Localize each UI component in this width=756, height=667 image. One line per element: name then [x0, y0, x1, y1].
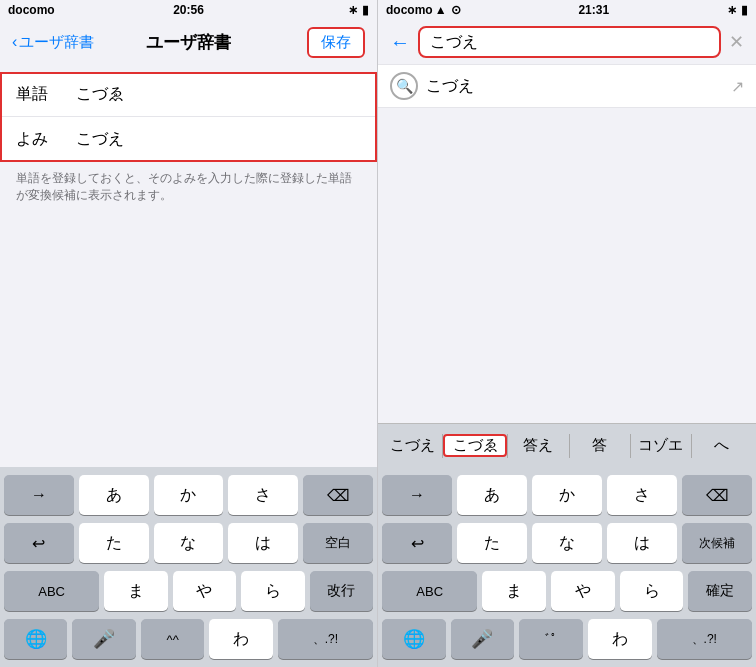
search-input-box[interactable]: こづえ	[418, 26, 721, 58]
left-nav-title: ユーザ辞書	[146, 31, 231, 54]
left-row-2: ↩ た な は 空白	[4, 523, 373, 563]
left-row-1: → あ か さ ⌫	[4, 475, 373, 515]
word-value: こづゑ	[76, 84, 124, 105]
right-key-arrow[interactable]: →	[382, 475, 452, 515]
right-key-ma[interactable]: ま	[482, 571, 546, 611]
left-row-bottom: 🌐 🎤 ^^ わ 、.?!	[0, 619, 377, 667]
key-abc[interactable]: ABC	[4, 571, 99, 611]
candidate-kozue-variant[interactable]: こづゑ	[443, 434, 507, 457]
left-status-icons: ∗ ▮	[249, 3, 369, 17]
left-nav-bar: ‹ ユーザ辞書 ユーザ辞書 保存	[0, 20, 377, 64]
right-key-confirm[interactable]: 確定	[688, 571, 752, 611]
search-bar-text: こづえ	[426, 76, 723, 97]
candidate-kotae[interactable]: 答え	[508, 436, 568, 455]
right-key-sa[interactable]: さ	[607, 475, 677, 515]
key-globe[interactable]: 🌐	[4, 619, 67, 659]
right-bluetooth-icon: ∗	[727, 3, 737, 17]
right-key-delete[interactable]: ⌫	[682, 475, 752, 515]
right-signal-icon: ▲	[435, 3, 447, 17]
user-dictionary-form: 単語 こづゑ よみ こづえ	[0, 72, 377, 162]
left-panel: docomo 20:56 ∗ ▮ ‹ ユーザ辞書 ユーザ辞書 保存 単語 こづゑ…	[0, 0, 378, 667]
key-ya[interactable]: や	[173, 571, 236, 611]
right-row-bottom: 🌐 🎤 ﾞﾟ わ 、.?!	[378, 619, 756, 667]
key-ka[interactable]: か	[154, 475, 224, 515]
key-delete[interactable]: ⌫	[303, 475, 373, 515]
right-wifi-icon: ⊙	[451, 3, 461, 17]
right-key-rows: → あ か さ ⌫ ↩ た な は 次候補 ABC ま や ら 確定	[378, 467, 756, 619]
right-key-abc[interactable]: ABC	[382, 571, 477, 611]
battery-icon: ▮	[362, 3, 369, 17]
bluetooth-icon: ∗	[348, 3, 358, 17]
right-keyboard: → あ か さ ⌫ ↩ た な は 次候補 ABC ま や ら 確定 🌐	[378, 467, 756, 667]
search-bar-arrow-icon: ↗	[731, 77, 744, 96]
candidate-row: こづえ こづゑ 答え 答 コゾエ へ	[378, 423, 756, 467]
candidate-he[interactable]: へ	[692, 436, 752, 455]
right-panel: docomo ▲ ⊙ 21:31 ∗ ▮ ← こづえ ✕ 🔍 こづえ ↗ こづえ…	[378, 0, 756, 667]
right-battery-icon: ▮	[741, 3, 748, 17]
search-icon: 🔍	[390, 72, 418, 100]
key-ra[interactable]: ら	[241, 571, 304, 611]
left-spacer	[0, 212, 377, 467]
reading-label: よみ	[16, 129, 76, 150]
key-arrow-right[interactable]: →	[4, 475, 74, 515]
candidate-kozue[interactable]: こづえ	[382, 436, 442, 455]
right-key-dakuten[interactable]: ﾞﾟ	[519, 619, 583, 659]
right-key-ya[interactable]: や	[551, 571, 615, 611]
search-clear-button[interactable]: ✕	[729, 31, 744, 53]
right-row-2: ↩ た な は 次候補	[382, 523, 752, 563]
key-ta[interactable]: た	[79, 523, 149, 563]
right-nav-bar: ← こづえ ✕	[378, 20, 756, 64]
right-time: 21:31	[461, 3, 727, 17]
right-key-return[interactable]: ↩	[382, 523, 452, 563]
right-key-ra[interactable]: ら	[620, 571, 684, 611]
right-key-ha[interactable]: は	[607, 523, 677, 563]
left-row-3: ABC ま や ら 改行	[4, 571, 373, 611]
left-status-bar: docomo 20:56 ∗ ▮	[0, 0, 377, 20]
right-carrier: docomo	[386, 3, 433, 17]
left-key-rows: → あ か さ ⌫ ↩ た な は 空白 ABC ま や ら 改行	[0, 467, 377, 619]
hint-text: 単語を登録しておくと、そのよみを入力した際に登録した単語が変換候補に表示されます…	[0, 162, 377, 212]
right-row-1: → あ か さ ⌫	[382, 475, 752, 515]
key-wa[interactable]: わ	[209, 619, 272, 659]
right-row-3: ABC ま や ら 確定	[382, 571, 752, 611]
left-back-label: ユーザ辞書	[19, 33, 94, 52]
search-bar-row: 🔍 こづえ ↗	[378, 64, 756, 108]
key-sa[interactable]: さ	[228, 475, 298, 515]
save-button[interactable]: 保存	[307, 27, 365, 58]
reading-row[interactable]: よみ こづえ	[0, 117, 377, 161]
left-back-button[interactable]: ‹ ユーザ辞書	[12, 33, 94, 52]
right-key-punct[interactable]: 、.?!	[657, 619, 752, 659]
left-carrier: docomo	[8, 3, 128, 17]
key-space[interactable]: 空白	[303, 523, 373, 563]
right-key-wa[interactable]: わ	[588, 619, 652, 659]
left-keyboard: → あ か さ ⌫ ↩ た な は 空白 ABC ま や ら 改行 🌐	[0, 467, 377, 667]
key-mic[interactable]: 🎤	[72, 619, 135, 659]
right-status-bar: docomo ▲ ⊙ 21:31 ∗ ▮	[378, 0, 756, 20]
key-na[interactable]: な	[154, 523, 224, 563]
word-label: 単語	[16, 84, 76, 105]
right-back-button[interactable]: ←	[390, 31, 410, 54]
right-key-next-candidate[interactable]: 次候補	[682, 523, 752, 563]
back-chevron-icon: ‹	[12, 33, 17, 51]
candidate-kotae-kanji[interactable]: 答	[570, 436, 630, 455]
key-ha[interactable]: は	[228, 523, 298, 563]
right-key-mic[interactable]: 🎤	[451, 619, 515, 659]
word-row[interactable]: 単語 こづゑ	[0, 73, 377, 117]
right-key-a[interactable]: あ	[457, 475, 527, 515]
key-enter[interactable]: 改行	[310, 571, 373, 611]
key-a[interactable]: あ	[79, 475, 149, 515]
key-return-left[interactable]: ↩	[4, 523, 74, 563]
search-box-value: こづえ	[430, 32, 478, 53]
reading-value: こづえ	[76, 129, 124, 150]
left-time: 20:56	[128, 3, 248, 17]
right-key-ta[interactable]: た	[457, 523, 527, 563]
right-spacer	[378, 108, 756, 423]
right-key-na[interactable]: な	[532, 523, 602, 563]
right-key-globe[interactable]: 🌐	[382, 619, 446, 659]
right-key-ka[interactable]: か	[532, 475, 602, 515]
candidate-kozoe[interactable]: コゾエ	[631, 436, 691, 455]
key-kigou[interactable]: ^^	[141, 619, 204, 659]
key-ma[interactable]: ま	[104, 571, 167, 611]
key-punct[interactable]: 、.?!	[278, 619, 373, 659]
